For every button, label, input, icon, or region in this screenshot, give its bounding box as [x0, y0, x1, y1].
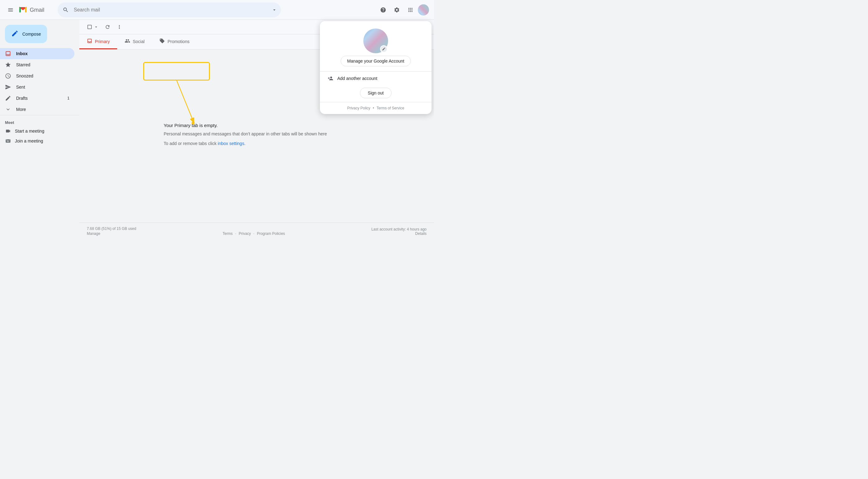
empty-desc-post-link: .	[244, 141, 246, 146]
drafts-badge: 1	[67, 96, 69, 100]
search-bar	[58, 2, 281, 18]
empty-message: Your Primary tab is empty. Personal mess…	[164, 123, 350, 149]
svg-text:Gmail: Gmail	[30, 7, 44, 13]
footer-center: Terms · Privacy · Program Policies	[223, 231, 285, 236]
more-label: More	[16, 107, 69, 112]
sent-label: Sent	[16, 85, 69, 90]
sidebar-item-snoozed[interactable]: Snoozed	[0, 70, 74, 82]
footer-right: Last account activity: 4 hours ago Detai…	[371, 227, 427, 236]
terms-link[interactable]: Terms	[223, 231, 233, 236]
tab-social-label: Social	[133, 39, 145, 44]
sidebar-item-drafts[interactable]: Drafts 1	[0, 93, 74, 104]
add-account-label: Add another account	[337, 76, 377, 81]
sidebar-item-inbox[interactable]: Inbox	[0, 48, 74, 59]
add-account-icon	[328, 75, 334, 82]
tab-social[interactable]: Social	[117, 34, 152, 49]
meet-section: Meet Start a meeting Join a meeting	[0, 115, 80, 149]
start-meeting-label: Start a meeting	[15, 129, 44, 133]
inbox-settings-link[interactable]: inbox settings	[218, 141, 244, 146]
compose-label: Compose	[22, 32, 41, 37]
search-icon	[63, 7, 69, 13]
sent-icon	[5, 84, 11, 90]
empty-title: Your Primary tab is empty.	[164, 123, 350, 128]
drafts-icon	[5, 95, 11, 101]
promotions-tab-icon	[159, 38, 165, 45]
privacy-policy-link[interactable]: Privacy Policy	[347, 106, 370, 110]
inbox-label: Inbox	[16, 51, 69, 56]
account-popup: Manage your Google Account Add another a…	[320, 21, 432, 114]
svg-rect-0	[19, 7, 21, 12]
sidebar-item-sent[interactable]: Sent	[0, 82, 74, 93]
tab-primary[interactable]: Primary	[80, 34, 117, 49]
manage-link[interactable]: Manage	[87, 231, 136, 236]
popup-footer: Privacy Policy • Terms of Service	[320, 102, 432, 114]
join-meeting-label: Join a meeting	[15, 138, 43, 143]
help-button[interactable]	[377, 4, 390, 16]
account-avatar-button[interactable]	[418, 4, 429, 15]
empty-desc: Personal messages and messages that don'…	[164, 130, 350, 137]
video-icon	[5, 128, 11, 134]
keyboard-icon	[5, 138, 11, 144]
popup-avatar	[363, 29, 388, 53]
program-policies-link[interactable]: Program Policies	[257, 231, 285, 236]
manage-google-account-button[interactable]: Manage your Google Account	[341, 56, 411, 66]
last-activity: Last account activity: 4 hours ago	[371, 227, 427, 231]
gmail-logo[interactable]: Gmail	[18, 6, 45, 14]
select-all-button[interactable]	[84, 22, 101, 32]
settings-button[interactable]	[391, 4, 403, 16]
more-options-button[interactable]	[114, 22, 125, 32]
compose-plus-icon	[11, 30, 19, 38]
signout-row: Sign out	[320, 85, 432, 102]
popup-signout-button[interactable]: Sign out	[360, 88, 391, 98]
apps-button[interactable]	[404, 4, 416, 16]
footer: 7.68 GB (51%) of 15 GB used Manage Terms…	[80, 222, 434, 240]
refresh-button[interactable]	[102, 22, 113, 32]
compose-button[interactable]: Compose	[5, 25, 47, 43]
meet-title: Meet	[5, 118, 74, 126]
drafts-label: Drafts	[16, 96, 67, 101]
details-link[interactable]: Details	[415, 231, 427, 236]
storage-info: 7.68 GB (51%) of 15 GB used	[87, 226, 136, 231]
starred-label: Starred	[16, 62, 69, 67]
footer-left: 7.68 GB (51%) of 15 GB used Manage	[87, 226, 136, 236]
sidebar: Compose Inbox Starred	[0, 20, 80, 240]
tab-primary-label: Primary	[95, 39, 110, 44]
footer-sep-1: ·	[235, 231, 236, 236]
avatar-edit-button[interactable]	[380, 45, 388, 53]
snoozed-icon	[5, 73, 11, 79]
hamburger-button[interactable]	[5, 4, 16, 15]
more-icon	[5, 106, 11, 113]
join-meeting-item[interactable]: Join a meeting	[5, 136, 74, 146]
header-actions	[377, 4, 429, 16]
empty-desc-text: Personal messages and messages that don'…	[164, 131, 327, 136]
svg-rect-1	[25, 7, 27, 12]
terms-of-service-link[interactable]: Terms of Service	[377, 106, 404, 110]
snoozed-label: Snoozed	[16, 73, 69, 78]
footer-separator: •	[373, 106, 374, 110]
avatar-image	[418, 4, 429, 15]
empty-desc-pre-link: To add or remove tabs click	[164, 141, 218, 146]
add-account-row[interactable]: Add another account	[320, 71, 432, 85]
starred-icon	[5, 62, 11, 68]
tab-promotions[interactable]: Promotions	[152, 34, 197, 49]
sidebar-item-starred[interactable]: Starred	[0, 59, 74, 70]
start-meeting-item[interactable]: Start a meeting	[5, 126, 74, 136]
app-header: Gmail	[0, 0, 434, 20]
footer-sep-2: ·	[253, 231, 254, 236]
social-tab-icon	[125, 38, 130, 45]
search-input[interactable]	[58, 2, 281, 18]
inbox-icon	[5, 51, 11, 57]
search-dropdown-button[interactable]	[272, 7, 277, 13]
sidebar-item-more[interactable]: More	[0, 104, 74, 115]
tab-promotions-label: Promotions	[167, 39, 189, 44]
privacy-link[interactable]: Privacy	[239, 231, 251, 236]
empty-desc-2: To add or remove tabs click inbox settin…	[164, 140, 350, 147]
primary-tab-icon	[87, 38, 92, 45]
popup-avatar-section: Manage your Google Account	[320, 21, 432, 71]
